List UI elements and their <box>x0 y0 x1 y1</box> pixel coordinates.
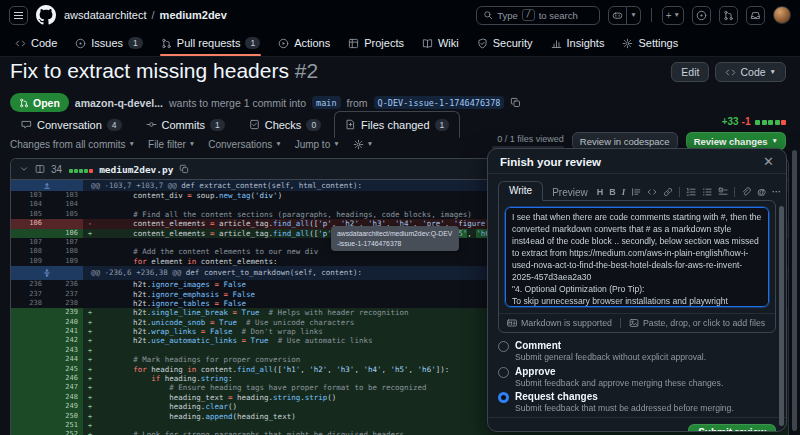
new-line-number[interactable]: 244 <box>47 355 83 364</box>
nav-item-insights[interactable]: Insights <box>542 30 614 56</box>
italic-icon[interactable]: I <box>622 187 626 197</box>
head-branch-label[interactable]: Q-DEV-issue-1-1746476378 <box>374 96 505 109</box>
new-line-number[interactable]: 239 <box>47 308 83 317</box>
more-options-icon[interactable]: ··· <box>772 187 781 197</box>
new-line-number[interactable]: 248 <box>47 393 83 402</box>
new-line-number[interactable]: 250 <box>47 412 83 421</box>
new-line-number[interactable]: 109 <box>47 257 83 266</box>
code-icon[interactable] <box>647 187 657 197</box>
old-line-number[interactable] <box>11 355 47 364</box>
old-line-number[interactable]: 109 <box>11 257 47 266</box>
old-line-number[interactable]: 238 <box>11 299 47 308</box>
old-line-number[interactable] <box>11 402 47 411</box>
pr-tab-conversation[interactable]: Conversation4 <box>10 111 133 138</box>
new-line-number[interactable]: 238 <box>47 299 83 308</box>
new-line-number[interactable]: 104 <box>47 200 83 209</box>
attach-files-note[interactable]: Paste, drop, or click to add files <box>629 318 765 328</box>
new-line-number[interactable]: 237 <box>47 290 83 299</box>
old-line-number[interactable]: 237 <box>11 290 47 299</box>
old-line-number[interactable]: 236 <box>11 280 47 289</box>
nav-item-code[interactable]: Code <box>6 30 66 56</box>
quote-icon[interactable] <box>631 187 641 197</box>
new-line-number[interactable]: 108 <box>47 247 83 256</box>
old-line-number[interactable] <box>11 318 47 327</box>
new-line-number[interactable]: 249 <box>47 402 83 411</box>
ordered-list-icon[interactable] <box>686 187 696 197</box>
new-line-number[interactable] <box>47 219 83 228</box>
split-view-icon[interactable] <box>35 164 45 174</box>
new-line-number[interactable]: 242 <box>47 336 83 345</box>
breadcrumb-owner[interactable]: awsdataarchitect <box>64 9 147 21</box>
link-icon[interactable] <box>663 187 673 197</box>
pr-tab-files-changed[interactable]: Files changed1 <box>334 111 460 138</box>
new-line-number[interactable]: 247 <box>47 383 83 392</box>
submit-review-button[interactable]: Submit review <box>688 424 776 433</box>
mention-icon[interactable]: @ <box>757 187 766 197</box>
new-line-number[interactable]: 236 <box>47 280 83 289</box>
old-line-number[interactable] <box>11 421 47 430</box>
new-line-number[interactable]: 106 <box>47 229 83 238</box>
nav-item-wiki[interactable]: Wiki <box>413 30 468 56</box>
page-scrollbar[interactable] <box>792 150 797 431</box>
breadcrumb-repo[interactable]: medium2dev <box>160 9 227 21</box>
old-line-number[interactable] <box>11 308 47 317</box>
old-line-number[interactable] <box>11 365 47 374</box>
markdown-note[interactable]: Markdown is supported <box>507 318 612 328</box>
bold-icon[interactable]: B <box>609 187 616 197</box>
github-logo-icon[interactable] <box>36 5 56 25</box>
radio-unselected-icon[interactable] <box>498 341 509 352</box>
expand-up-button[interactable] <box>11 180 83 191</box>
pr-tab-checks[interactable]: Checks0 <box>238 111 332 138</box>
new-line-number[interactable]: 105 <box>47 210 83 219</box>
chevron-down-icon[interactable] <box>19 164 29 174</box>
nav-item-security[interactable]: Security <box>468 30 542 56</box>
jump-to-dropdown[interactable]: Jump to▼ <box>295 139 340 150</box>
base-branch-label[interactable]: main <box>312 96 340 109</box>
old-line-number[interactable]: 105 <box>11 210 47 219</box>
file-name[interactable]: medium2dev.py <box>99 164 173 175</box>
radio-unselected-icon[interactable] <box>498 367 509 378</box>
search-input[interactable]: Type / to search <box>476 6 600 25</box>
review-option-request-changes[interactable]: Request changesSubmit feedback that must… <box>498 391 776 414</box>
old-line-number[interactable] <box>11 346 47 355</box>
new-line-number[interactable]: 241 <box>47 327 83 336</box>
close-icon[interactable]: ✕ <box>763 155 774 168</box>
inbox-button[interactable] <box>746 6 765 25</box>
changes-dropdown[interactable]: Changes from all commits▼ <box>10 139 135 150</box>
pr-author[interactable]: amazon-q-devel... <box>75 97 163 109</box>
new-line-number[interactable]: 243 <box>47 346 83 355</box>
file-filter-dropdown[interactable]: File filter▼ <box>148 139 195 150</box>
paperclip-icon[interactable] <box>741 187 751 197</box>
new-line-number[interactable]: 240 <box>47 318 83 327</box>
new-line-number[interactable]: 252 <box>47 430 83 435</box>
copy-icon[interactable] <box>510 97 521 108</box>
nav-item-issues[interactable]: Issues1 <box>66 30 152 56</box>
tasklist-icon[interactable] <box>718 187 728 197</box>
old-line-number[interactable] <box>11 393 47 402</box>
issues-button[interactable] <box>692 6 711 25</box>
new-line-number[interactable]: 245 <box>47 365 83 374</box>
new-line-number[interactable]: 103 <box>47 191 83 200</box>
pr-tab-commits[interactable]: Commits1 <box>135 111 236 138</box>
old-line-number[interactable]: 106 <box>11 219 47 228</box>
copy-icon[interactable] <box>179 164 189 174</box>
new-line-number[interactable]: 251 <box>47 421 83 430</box>
review-comment-input[interactable]: I see that when there are code comments … <box>505 207 769 307</box>
old-line-number[interactable] <box>11 229 47 238</box>
old-line-number[interactable] <box>11 327 47 336</box>
old-line-number[interactable] <box>11 430 47 435</box>
heading-icon[interactable]: H <box>597 187 604 197</box>
copilot-menu-button[interactable]: ▼ <box>627 6 640 25</box>
nav-item-settings[interactable]: Settings <box>613 30 687 56</box>
code-button[interactable]: Code▼ <box>715 62 786 82</box>
radio-selected-icon[interactable] <box>498 392 509 403</box>
user-avatar[interactable] <box>773 6 791 24</box>
panel-scrollbar[interactable] <box>779 206 784 426</box>
old-line-number[interactable]: 103 <box>11 191 47 200</box>
edit-button[interactable]: Edit <box>671 62 709 82</box>
new-line-number[interactable]: 107 <box>47 238 83 247</box>
create-new-button[interactable]: +▼ <box>662 6 684 25</box>
diff-settings-dropdown[interactable]: ▼ <box>353 139 373 150</box>
pull-requests-button[interactable] <box>719 6 738 25</box>
conversations-dropdown[interactable]: Conversations▼ <box>208 139 281 150</box>
